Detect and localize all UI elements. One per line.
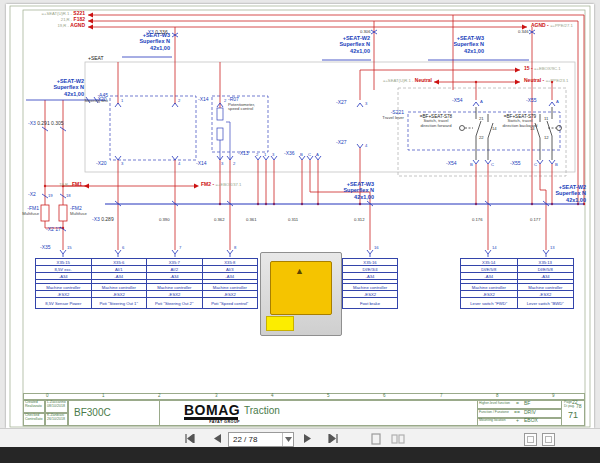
from-label-it: Di pag.	[564, 404, 575, 408]
wire-311: 0.311	[288, 217, 298, 222]
ref-agnd-left-prefix: 19,R -	[57, 23, 68, 28]
cell: -A34	[517, 273, 574, 280]
cell: -ESX2	[147, 291, 203, 298]
x2-pin18: 18	[66, 193, 71, 198]
table-row: X35:15 X35:6 X35:7 X35:8	[36, 259, 258, 266]
column-4: 4	[271, 394, 274, 399]
cell: Poti "Steering Out 2"	[147, 298, 203, 309]
a45-desc: Steering unit	[70, 99, 108, 104]
pdf-viewer-app: =+SEAT(U)R.1 - S221 21,R - F182 19,R - A…	[0, 0, 600, 463]
device-a45: -A45 Steering unit	[70, 93, 108, 103]
connector-x2-top: -X2	[28, 192, 36, 198]
checked-date: 26/10/2018	[47, 418, 65, 422]
cable-w2r-size: 42x1,00	[536, 197, 586, 203]
ref-15: 15 - =+EBOX/9C.1	[524, 66, 561, 72]
page-number-value[interactable]: 22 / 78	[229, 435, 282, 444]
cell: X35:14	[461, 259, 518, 266]
wire-390: 0.390	[159, 217, 169, 222]
x20-pin2: 2	[178, 98, 180, 103]
cell: Lever switch "FWD"	[461, 298, 518, 309]
bomag-logo: BOMAG FAYAT GROUP	[184, 402, 240, 424]
layout-option-button[interactable]	[524, 433, 537, 446]
column-7: 7	[440, 394, 443, 399]
connector-x14-bot: -X14	[196, 161, 207, 167]
cell: -A34	[343, 273, 398, 280]
column-5: 5	[327, 394, 330, 399]
cell: 8,5V Sensor Power	[36, 298, 92, 309]
table-row: Foot brake	[343, 298, 398, 309]
single-page-view-icon[interactable]	[368, 431, 383, 446]
ref-s221-prefix: =+SEAT(U)R.1 -	[42, 11, 72, 16]
column-ruler	[23, 393, 585, 400]
ref-agnd-right-target: =+PPE/27.1	[550, 23, 573, 28]
table-row: Machine controller Machine controller	[461, 284, 574, 291]
ref-fm2: FM2 - =+EBOX/37.1	[201, 182, 241, 188]
cell: AI/3	[202, 266, 258, 273]
cable-w3b-size: 42x1,00	[424, 48, 484, 54]
connector-x27-4: -X27	[336, 140, 347, 146]
connector-x27-3: -X27	[336, 100, 347, 106]
cable-w3a-size: 42x1,00	[112, 45, 170, 51]
cable-w3m: +SEAT-W3 Superflex N 42x1,00	[318, 181, 374, 200]
cell: Machine controller	[343, 284, 398, 291]
cell: Poti "Steering Out 1"	[91, 298, 147, 309]
x35-pin15: 15	[67, 245, 72, 250]
cell: X35:7	[147, 259, 203, 266]
cell: X35:13	[517, 259, 574, 266]
wire-177: 0.177	[530, 217, 540, 222]
created-label: Created Realizzato	[25, 401, 42, 409]
connector-x55-a: -X55	[526, 98, 537, 104]
x36-pinC: C	[308, 152, 311, 157]
first-page-button[interactable]	[182, 431, 197, 446]
wire-346: 0.346	[518, 29, 528, 34]
x54-pinB: B	[470, 162, 473, 167]
cell: -A34	[202, 273, 258, 280]
ref-15-name: 15 -	[524, 65, 533, 71]
cell: -ESX2	[202, 291, 258, 298]
chevron-down-icon[interactable]	[282, 433, 293, 446]
table-row: Lever switch "FWD" Lever switch "BWD"	[461, 298, 574, 309]
cell: Lever switch "BWD"	[517, 298, 574, 309]
ref-neutral-left: =+SEAT(U)R.1 - Neutral	[358, 78, 432, 84]
device-r07: -R07 Potentiometer, speed control	[228, 97, 255, 112]
warning-triangle-icon: ▲	[295, 266, 304, 276]
connector-x20-bot: -X20	[96, 161, 107, 167]
cell: -ESX2	[517, 291, 574, 298]
next-page-button[interactable]	[300, 431, 315, 446]
controller-photo: ▲	[260, 252, 342, 336]
cable-w2r: +SEAT-W2 Superflex N 42x1,00	[536, 184, 586, 203]
wire-306: 0.306	[360, 29, 370, 34]
x3bus-ref: -X3	[92, 216, 100, 222]
x14-pin3: 3	[221, 161, 223, 166]
ref-neutral-left-prefix: =+SEAT(U)R.1 -	[383, 78, 413, 83]
page-number-combo[interactable]: 22 / 78	[228, 432, 294, 447]
x35-pin7: 7	[179, 245, 181, 250]
table-row: X35:14 X35:13	[461, 259, 574, 266]
cell: DI/E/5/8	[461, 266, 518, 273]
wire-176: 0.176	[472, 217, 482, 222]
column-2: 2	[158, 394, 161, 399]
table-row: 8,5V exc. AI/1 AI/2 AI/3	[36, 266, 258, 273]
checked-value: K.Zanbiasi 26/10/2018	[47, 414, 65, 422]
f2-value: DRIV	[524, 410, 536, 416]
two-page-view-icon[interactable]	[390, 431, 405, 446]
bookmark-panel-button[interactable]	[542, 433, 555, 446]
cell: Machine controller	[91, 284, 147, 291]
cell: Machine controller	[461, 284, 518, 291]
fm1-desc: Multifuse	[14, 212, 39, 217]
created-l2: Realizzato	[25, 405, 42, 409]
ref-agnd-right-name: AGND -	[531, 22, 549, 28]
device-s221: -S221 Travel lever	[370, 110, 404, 120]
x3-wire-336: 0.336	[155, 29, 168, 35]
x54-pinC: C	[491, 162, 494, 167]
last-page-button[interactable]	[326, 431, 341, 446]
x13-pin2: 2	[256, 152, 258, 157]
s79-desc2: direction backward	[496, 124, 544, 129]
table-row: -A34	[343, 273, 398, 280]
x13-pin1: 1	[264, 152, 266, 157]
cell: Machine controller	[147, 284, 203, 291]
table-row: 8,5V Sensor Power Poti "Steering Out 1" …	[36, 298, 258, 309]
connector-x3-336: -X3 0.336	[146, 30, 168, 36]
previous-page-button[interactable]	[210, 431, 225, 446]
cell: X35:6	[91, 259, 147, 266]
